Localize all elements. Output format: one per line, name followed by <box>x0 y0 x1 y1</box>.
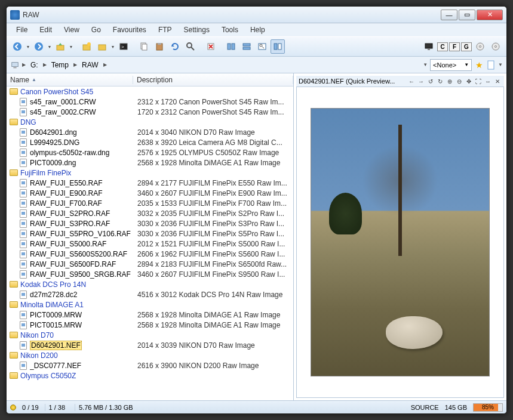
folder-row[interactable]: Kodak DCS Pro 14N <box>7 279 293 289</box>
refresh-button[interactable] <box>168 39 182 54</box>
path-sep-icon[interactable]: ▶ <box>73 62 77 67</box>
layout3-button[interactable] <box>255 39 269 54</box>
computer-icon[interactable] <box>10 60 20 70</box>
file-row[interactable]: RAW_FUJI_S2PRO.RAF3032 x 2035 FUJIFILM F… <box>7 208 293 218</box>
document-dropdown[interactable]: ▼ <box>498 62 503 67</box>
copy-button[interactable] <box>137 39 151 54</box>
file-row[interactable]: RAW_FUJI_E900.RAF3460 x 2607 FUJIFILM Fi… <box>7 188 293 198</box>
paste-button[interactable] <box>152 39 167 54</box>
file-row[interactable]: L9994925.DNG2638 x 3920 Leica Camera AG … <box>7 137 293 147</box>
back-button[interactable] <box>10 39 24 54</box>
delete-button[interactable] <box>204 39 218 54</box>
resize-button[interactable]: ↔ <box>484 77 492 85</box>
maximize-button[interactable]: ▭ <box>459 10 475 20</box>
prev-button[interactable]: ← <box>407 77 416 85</box>
file-row[interactable]: D6042901.dng2014 x 3040 NIKON D70 Raw Im… <box>7 127 293 137</box>
menu-settings[interactable]: Settings <box>179 24 214 35</box>
file-row[interactable]: RAW_FUJI_F700.RAF2035 x 1533 FUJIFILM Fi… <box>7 198 293 208</box>
file-row[interactable]: d27m2728.dc24516 x 3012 Kodak DCS Pro 14… <box>7 289 293 299</box>
zoom-out-button[interactable]: ⊖ <box>455 77 463 85</box>
fit-button[interactable]: ✥ <box>465 77 473 85</box>
menu-favourites[interactable]: Favourites <box>108 24 151 35</box>
open-folder-button[interactable] <box>95 39 109 54</box>
folder-row[interactable]: FujiFilm FinePix <box>7 168 293 178</box>
path-sep-icon[interactable]: ▶ <box>43 62 47 67</box>
folder-row[interactable]: DNG <box>7 117 293 127</box>
file-row[interactable]: PICT0009.dng2568 x 1928 Minolta DiMAGE A… <box>7 158 293 168</box>
file-row[interactable]: s45_raw_0001.CRW2312 x 1720 Canon PowerS… <box>7 97 293 107</box>
folder-row[interactable]: Nikon D200 <box>7 350 293 360</box>
file-row[interactable]: RAW_FUJI_S6500FD.RAF2894 x 2183 FUJIFILM… <box>7 259 293 269</box>
path-seg-raw[interactable]: RAW <box>79 60 101 70</box>
layout4-button[interactable] <box>271 39 285 54</box>
file-row[interactable]: RAW_FUJI_S5600S5200.RAF2606 x 1962 FUJIF… <box>7 249 293 259</box>
cd2-button[interactable] <box>489 39 503 54</box>
menu-file[interactable]: File <box>11 24 32 35</box>
file-row[interactable]: RAW_FUJI_S5PRO_V106.RAF3030 x 2036 FUJIF… <box>7 228 293 239</box>
file-row[interactable]: olympus-c5050z-raw.dng2576 x 1925 OLYMPU… <box>7 147 293 158</box>
folder-row[interactable]: Canon PowerShot S45 <box>7 87 293 97</box>
file-row[interactable]: RAW_FUJI_S3PRO.RAF3030 x 2036 FUJIFILM F… <box>7 218 293 228</box>
up-button[interactable] <box>53 39 67 54</box>
menu-ftp[interactable]: FTP <box>153 24 177 35</box>
menu-edit[interactable]: Edit <box>35 24 57 35</box>
menu-tools[interactable]: Tools <box>217 24 243 35</box>
file-list[interactable]: Canon PowerShot S45s45_raw_0001.CRW2312 … <box>7 87 293 400</box>
path-seg-temp[interactable]: Temp <box>49 60 71 70</box>
layout2-button[interactable] <box>239 39 254 54</box>
menu-view[interactable]: View <box>59 24 84 35</box>
menu-help[interactable]: Help <box>245 24 270 35</box>
fullscreen-button[interactable]: ⛶ <box>474 77 483 85</box>
col-name-header[interactable]: Name▲ <box>7 76 133 84</box>
rotate-cw-button[interactable]: ↻ <box>436 77 444 85</box>
folder-row[interactable]: Minolta DiMAGE A1 <box>7 299 293 310</box>
forward-dropdown[interactable]: ▼ <box>47 45 52 49</box>
history-dropdown[interactable]: ▼ <box>423 62 428 67</box>
path-seg-g[interactable]: G: <box>28 60 41 70</box>
drive-c-button[interactable]: C <box>437 42 448 51</box>
minimize-button[interactable]: — <box>441 10 457 20</box>
titlebar[interactable]: RAW — ▭ ✕ <box>7 7 506 23</box>
close-preview-button[interactable]: ✕ <box>493 77 502 85</box>
search-button[interactable] <box>183 39 198 54</box>
menu-go[interactable]: Go <box>87 24 106 35</box>
col-desc-header[interactable]: Description <box>133 76 293 84</box>
folder-row[interactable]: Olympus C5050Z <box>7 370 293 381</box>
file-row[interactable]: PICT0009.MRW2568 x 1928 Minolta DiMAGE A… <box>7 310 293 320</box>
file-icon <box>19 138 28 147</box>
folder-icon <box>9 372 19 380</box>
back-dropdown[interactable]: ▼ <box>26 45 30 49</box>
file-row[interactable]: RAW_FUJI_S5000.RAF2012 x 1521 FUJIFILM F… <box>7 239 293 249</box>
drive-f-button[interactable]: F <box>449 42 460 51</box>
layout1-button[interactable] <box>224 39 238 54</box>
rotate-ccw-button[interactable]: ↺ <box>426 77 435 85</box>
item-name: RAW_FUJI_S5000.RAF <box>30 240 106 248</box>
filter-dropdown[interactable]: <None>▼ <box>430 59 472 71</box>
file-row[interactable]: PICT0015.MRW2568 x 1928 Minolta DiMAGE A… <box>7 320 293 330</box>
zoom-in-button[interactable]: ⊕ <box>446 77 454 85</box>
path-sep-icon[interactable]: ▶ <box>22 62 26 67</box>
new-folder-button[interactable] <box>79 39 94 54</box>
monitor-icon[interactable] <box>422 39 436 54</box>
file-row[interactable]: D6042901.NEF2014 x 3039 NIKON D70 Raw Im… <box>7 340 293 350</box>
terminal-button[interactable]: > <box>116 39 131 54</box>
open-folder-dropdown[interactable]: ▼ <box>110 45 115 49</box>
close-button[interactable]: ✕ <box>477 10 503 20</box>
file-icon <box>19 250 28 258</box>
file-row[interactable]: RAW_FUJI_S9500_SRGB.RAF3460 x 2607 FUJIF… <box>7 269 293 279</box>
file-row[interactable]: s45_raw_0002.CRW1720 x 2312 Canon PowerS… <box>7 107 293 117</box>
document-icon[interactable] <box>486 60 496 70</box>
cd-button[interactable] <box>473 39 487 54</box>
next-button[interactable]: → <box>417 77 425 85</box>
folder-row[interactable]: Nikon D70 <box>7 330 293 340</box>
path-sep-icon[interactable]: ▶ <box>103 62 107 67</box>
file-row[interactable]: _DSC0777.NEF2616 x 3900 NIKON D200 Raw I… <box>7 360 293 370</box>
drive-g-button[interactable]: G <box>461 42 472 51</box>
forward-button[interactable] <box>32 39 46 54</box>
favorite-star-icon[interactable]: ★ <box>474 60 484 70</box>
preview-body[interactable] <box>296 87 504 398</box>
file-icon <box>19 199 28 208</box>
file-row[interactable]: RAW_FUJI_E550.RAF2894 x 2177 FUJIFILM Fi… <box>7 178 293 188</box>
file-icon <box>19 108 28 116</box>
up-dropdown[interactable]: ▼ <box>69 45 73 49</box>
